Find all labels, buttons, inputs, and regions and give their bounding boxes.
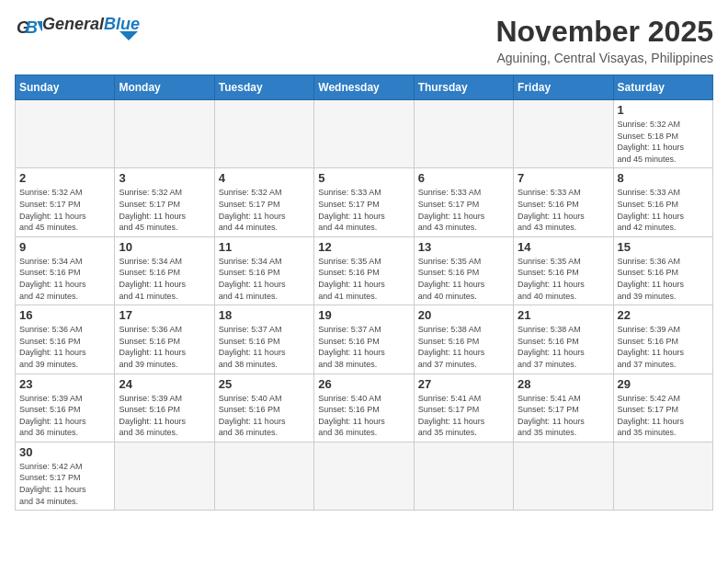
calendar-cell: 11Sunrise: 5:34 AM Sunset: 5:16 PM Dayli… [214, 236, 313, 304]
day-info: Sunrise: 5:39 AM Sunset: 5:16 PM Dayligh… [119, 393, 210, 439]
day-info: Sunrise: 5:34 AM Sunset: 5:16 PM Dayligh… [119, 256, 210, 302]
column-header-thursday: Thursday [414, 75, 513, 100]
calendar-cell [414, 100, 513, 168]
day-number: 16 [19, 308, 110, 322]
column-header-wednesday: Wednesday [314, 75, 414, 100]
calendar-week-row: 2Sunrise: 5:32 AM Sunset: 5:17 PM Daylig… [16, 168, 713, 236]
day-info: Sunrise: 5:34 AM Sunset: 5:16 PM Dayligh… [19, 256, 110, 302]
column-header-friday: Friday [514, 75, 613, 100]
day-number: 26 [318, 377, 409, 391]
page-header: G B General Blue November 2025 Aguining,… [15, 15, 713, 65]
calendar-cell: 10Sunrise: 5:34 AM Sunset: 5:16 PM Dayli… [115, 236, 214, 304]
calendar-cell: 6Sunrise: 5:33 AM Sunset: 5:17 PM Daylig… [414, 168, 513, 236]
day-number: 2 [19, 171, 110, 185]
day-info: Sunrise: 5:33 AM Sunset: 5:16 PM Dayligh… [518, 187, 609, 233]
day-number: 21 [518, 308, 609, 322]
calendar-cell [514, 442, 613, 510]
calendar-cell: 20Sunrise: 5:38 AM Sunset: 5:16 PM Dayli… [414, 305, 513, 373]
calendar-cell [314, 100, 414, 168]
day-info: Sunrise: 5:33 AM Sunset: 5:17 PM Dayligh… [418, 187, 509, 233]
title-area: November 2025 Aguining, Central Visayas,… [495, 15, 713, 65]
day-number: 25 [219, 377, 310, 391]
day-info: Sunrise: 5:41 AM Sunset: 5:17 PM Dayligh… [518, 393, 609, 439]
day-number: 18 [219, 308, 310, 322]
calendar-cell [16, 100, 115, 168]
column-header-saturday: Saturday [613, 75, 712, 100]
day-number: 23 [19, 377, 110, 391]
day-info: Sunrise: 5:40 AM Sunset: 5:16 PM Dayligh… [318, 393, 409, 439]
day-info: Sunrise: 5:37 AM Sunset: 5:16 PM Dayligh… [219, 324, 310, 370]
day-info: Sunrise: 5:38 AM Sunset: 5:16 PM Dayligh… [418, 324, 509, 370]
day-info: Sunrise: 5:32 AM Sunset: 5:17 PM Dayligh… [119, 187, 210, 233]
calendar-cell [214, 100, 313, 168]
svg-text:B: B [26, 18, 38, 37]
day-number: 17 [119, 308, 210, 322]
day-info: Sunrise: 5:32 AM Sunset: 5:18 PM Dayligh… [618, 119, 709, 165]
month-year-title: November 2025 [495, 15, 713, 49]
location-subtitle: Aguining, Central Visayas, Philippines [495, 51, 713, 65]
day-number: 10 [119, 240, 210, 254]
day-info: Sunrise: 5:38 AM Sunset: 5:16 PM Dayligh… [518, 324, 609, 370]
calendar-cell [115, 100, 214, 168]
calendar-cell [115, 442, 214, 510]
calendar-cell: 21Sunrise: 5:38 AM Sunset: 5:16 PM Dayli… [514, 305, 613, 373]
calendar-cell [514, 100, 613, 168]
logo: G B General Blue [15, 15, 140, 40]
column-header-sunday: Sunday [16, 75, 115, 100]
day-number: 11 [219, 240, 310, 254]
day-number: 20 [418, 308, 509, 322]
day-number: 29 [618, 377, 709, 391]
day-info: Sunrise: 5:36 AM Sunset: 5:16 PM Dayligh… [19, 324, 110, 370]
svg-marker-3 [119, 31, 138, 40]
calendar-cell: 26Sunrise: 5:40 AM Sunset: 5:16 PM Dayli… [314, 373, 414, 442]
calendar-cell: 5Sunrise: 5:33 AM Sunset: 5:17 PM Daylig… [314, 168, 414, 236]
calendar-cell: 12Sunrise: 5:35 AM Sunset: 5:16 PM Dayli… [314, 236, 414, 304]
calendar-cell: 30Sunrise: 5:42 AM Sunset: 5:17 PM Dayli… [16, 442, 115, 510]
calendar-week-row: 1Sunrise: 5:32 AM Sunset: 5:18 PM Daylig… [16, 100, 713, 168]
day-info: Sunrise: 5:40 AM Sunset: 5:16 PM Dayligh… [219, 393, 310, 439]
calendar-cell [214, 442, 313, 510]
calendar-cell: 15Sunrise: 5:36 AM Sunset: 5:16 PM Dayli… [613, 236, 712, 304]
day-info: Sunrise: 5:36 AM Sunset: 5:16 PM Dayligh… [618, 256, 709, 302]
column-header-monday: Monday [115, 75, 214, 100]
day-number: 27 [418, 377, 509, 391]
calendar-cell: 24Sunrise: 5:39 AM Sunset: 5:16 PM Dayli… [115, 373, 214, 442]
calendar-week-row: 30Sunrise: 5:42 AM Sunset: 5:17 PM Dayli… [16, 442, 713, 510]
calendar-week-row: 23Sunrise: 5:39 AM Sunset: 5:16 PM Dayli… [16, 373, 713, 442]
day-number: 9 [19, 240, 110, 254]
calendar-cell: 9Sunrise: 5:34 AM Sunset: 5:16 PM Daylig… [16, 236, 115, 304]
day-number: 1 [618, 103, 709, 117]
day-info: Sunrise: 5:33 AM Sunset: 5:16 PM Dayligh… [618, 187, 709, 233]
day-number: 19 [318, 308, 409, 322]
day-info: Sunrise: 5:41 AM Sunset: 5:17 PM Dayligh… [418, 393, 509, 439]
calendar-week-row: 16Sunrise: 5:36 AM Sunset: 5:16 PM Dayli… [16, 305, 713, 373]
day-number: 28 [518, 377, 609, 391]
day-number: 15 [618, 240, 709, 254]
column-header-tuesday: Tuesday [214, 75, 313, 100]
day-info: Sunrise: 5:42 AM Sunset: 5:17 PM Dayligh… [618, 393, 709, 439]
calendar-cell: 27Sunrise: 5:41 AM Sunset: 5:17 PM Dayli… [414, 373, 513, 442]
calendar-cell: 7Sunrise: 5:33 AM Sunset: 5:16 PM Daylig… [514, 168, 613, 236]
day-info: Sunrise: 5:32 AM Sunset: 5:17 PM Dayligh… [19, 187, 110, 233]
day-number: 13 [418, 240, 509, 254]
calendar-cell [314, 442, 414, 510]
day-info: Sunrise: 5:35 AM Sunset: 5:16 PM Dayligh… [518, 256, 609, 302]
day-info: Sunrise: 5:39 AM Sunset: 5:16 PM Dayligh… [19, 393, 110, 439]
day-number: 24 [119, 377, 210, 391]
day-number: 3 [119, 171, 210, 185]
day-number: 22 [618, 308, 709, 322]
calendar-cell: 13Sunrise: 5:35 AM Sunset: 5:16 PM Dayli… [414, 236, 513, 304]
calendar-week-row: 9Sunrise: 5:34 AM Sunset: 5:16 PM Daylig… [16, 236, 713, 304]
logo-icon: G B [17, 15, 42, 40]
day-number: 14 [518, 240, 609, 254]
day-info: Sunrise: 5:35 AM Sunset: 5:16 PM Dayligh… [418, 256, 509, 302]
day-info: Sunrise: 5:34 AM Sunset: 5:16 PM Dayligh… [219, 256, 310, 302]
calendar-cell: 23Sunrise: 5:39 AM Sunset: 5:16 PM Dayli… [16, 373, 115, 442]
calendar-cell: 18Sunrise: 5:37 AM Sunset: 5:16 PM Dayli… [214, 305, 313, 373]
calendar-cell: 22Sunrise: 5:39 AM Sunset: 5:16 PM Dayli… [613, 305, 712, 373]
logo-triangle-icon [118, 31, 140, 40]
calendar-table: SundayMondayTuesdayWednesdayThursdayFrid… [15, 75, 713, 511]
calendar-cell [613, 442, 712, 510]
day-info: Sunrise: 5:33 AM Sunset: 5:17 PM Dayligh… [318, 187, 409, 233]
calendar-cell: 2Sunrise: 5:32 AM Sunset: 5:17 PM Daylig… [16, 168, 115, 236]
